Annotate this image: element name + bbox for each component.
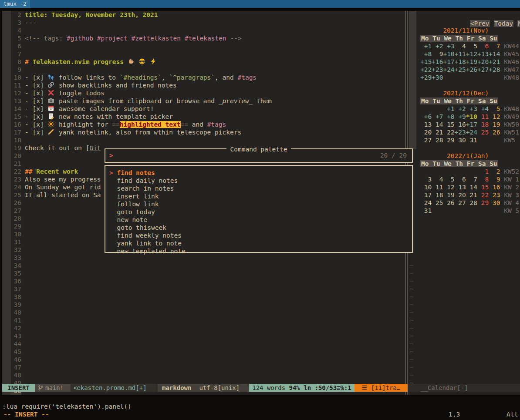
buffer-line[interactable]: - [x] new notes with template picker xyxy=(25,113,173,121)
calendar-day[interactable]: +27 xyxy=(477,66,489,73)
calendar-day[interactable]: 26 xyxy=(489,129,500,136)
calendar-day[interactable]: +10 xyxy=(443,50,454,57)
calendar-day[interactable]: 18 xyxy=(477,121,489,128)
calendar-day[interactable]: 4 xyxy=(432,176,443,183)
calendar-day[interactable]: 25 xyxy=(477,129,489,136)
calendar-day[interactable]: 31 xyxy=(420,207,432,214)
buffer-line[interactable]: Also see my progress xyxy=(25,175,101,183)
calendar-day[interactable]: 13 xyxy=(420,121,432,128)
calendar-day[interactable]: 8 xyxy=(477,176,489,183)
calendar-day[interactable]: +11 xyxy=(455,50,466,57)
calendar-day[interactable]: 28 xyxy=(466,199,477,206)
calendar-day[interactable]: 20 xyxy=(455,192,466,198)
command-line[interactable]: :lua require('telekasten').panel() xyxy=(2,403,132,410)
calendar-day[interactable]: +8 xyxy=(443,113,454,120)
calendar-day[interactable]: 22 xyxy=(477,192,489,198)
buffer-line[interactable]: title: Tuesday, November 23th, 2021 xyxy=(25,11,158,19)
calendar-day[interactable]: +15 xyxy=(420,58,432,65)
calendar-day[interactable]: +18 xyxy=(455,58,466,65)
calendar-day[interactable]: +19 xyxy=(466,58,477,65)
calendar-day[interactable]: 31 xyxy=(466,137,477,144)
buffer-line[interactable]: --- xyxy=(25,19,36,27)
git-branch-segment[interactable]: main! xyxy=(35,384,71,392)
calendar-day[interactable]: +1 xyxy=(443,105,454,112)
palette-item[interactable]: goto today xyxy=(105,208,412,216)
palette-item[interactable]: find weekly notes xyxy=(105,232,412,239)
calendar-day[interactable]: 24 xyxy=(420,199,432,206)
filename-segment[interactable]: <ekasten.promo.md[+] xyxy=(71,384,156,392)
calendar-day[interactable]: +2 xyxy=(432,43,443,50)
calendar-day[interactable]: 2 xyxy=(489,168,500,175)
calendar-day[interactable]: 19 xyxy=(443,192,454,198)
buffer-line[interactable]: # Telekasten.nvim progress xyxy=(25,58,157,66)
calendar-day[interactable]: 7 xyxy=(489,43,500,50)
calendar-day[interactable]: 26 xyxy=(443,199,454,206)
buffer-line[interactable]: - [x] paste images from clipboard or bro… xyxy=(25,97,272,105)
calendar-day[interactable]: +25 xyxy=(455,66,466,73)
calendar-day[interactable]: 5 xyxy=(466,43,477,50)
calendar-day[interactable]: 30 xyxy=(455,137,466,144)
calendar-day[interactable]: 20 xyxy=(420,129,432,136)
calendar-day[interactable]: +22 xyxy=(420,66,432,73)
buffer-line[interactable]: It all started on Sa xyxy=(25,191,101,199)
calendar-day[interactable]: +23 xyxy=(432,66,443,73)
calendar-day[interactable]: +17 xyxy=(466,121,477,128)
calendar-day[interactable]: 12 xyxy=(489,113,500,120)
palette-item[interactable]: yank link to note xyxy=(105,239,412,247)
calendar-day[interactable]: 6 xyxy=(477,43,489,50)
calendar-day[interactable]: +24 xyxy=(466,129,477,136)
calendar-day[interactable]: 9 xyxy=(432,50,443,57)
calendar-day[interactable]: 30 xyxy=(489,199,500,206)
calendar-day[interactable]: +21 xyxy=(489,58,500,65)
calendar-day[interactable]: 21 xyxy=(432,129,443,136)
calendar-day[interactable]: +16 xyxy=(432,58,443,65)
calendar-day[interactable]: 23 xyxy=(489,192,500,198)
buffer-line[interactable]: - [x] yank notelink, also from wthin tel… xyxy=(25,128,241,136)
calendar-day[interactable]: 3 xyxy=(420,176,432,183)
calendar-day[interactable]: 15 xyxy=(477,184,489,191)
calendar-day[interactable]: *10 xyxy=(466,113,477,120)
calendar-day[interactable]: +3 xyxy=(443,43,454,50)
calendar-day[interactable]: 19 xyxy=(489,121,500,128)
calendar-day[interactable]: 16 xyxy=(455,121,466,128)
calendar-day[interactable]: +12 xyxy=(466,50,477,57)
calendar-day[interactable]: +26 xyxy=(466,66,477,73)
buffer-line[interactable]: ## Recent work xyxy=(25,168,78,175)
palette-item[interactable]: follow link xyxy=(105,200,412,208)
calendar-day[interactable]: +20 xyxy=(477,58,489,65)
calendar-day[interactable]: 15 xyxy=(443,121,454,128)
calendar-day[interactable]: +8 xyxy=(420,50,432,57)
window-titlebar[interactable]: tmux -2 xyxy=(0,0,520,8)
calendar-day[interactable]: +1 xyxy=(420,43,432,50)
calendar-day[interactable]: 27 xyxy=(455,199,466,206)
calendar-day[interactable]: +6 xyxy=(420,113,432,120)
buffer-line[interactable]: On Sunday we got rid xyxy=(25,183,101,191)
calendar-day[interactable]: 1 xyxy=(477,168,489,175)
palette-item[interactable]: new templated note xyxy=(105,247,412,255)
calendar-day[interactable]: 25 xyxy=(432,199,443,206)
calendar-next-button[interactable]: Next> xyxy=(517,20,520,27)
calendar-today-button[interactable]: Today xyxy=(494,20,514,27)
palette-item[interactable]: find daily notes xyxy=(105,177,412,185)
calendar-day[interactable]: 18 xyxy=(432,192,443,198)
calendar-day[interactable]: +28 xyxy=(489,66,500,73)
calendar-day[interactable]: 11 xyxy=(432,184,443,191)
calendar-day[interactable]: 4 xyxy=(455,43,466,50)
palette-item[interactable]: goto thisweek xyxy=(105,224,412,232)
calendar-day[interactable]: 9 xyxy=(489,176,500,183)
calendar-day[interactable]: 11 xyxy=(477,113,489,120)
calendar-day[interactable]: 12 xyxy=(443,184,454,191)
buffer-line[interactable]: - [x] 17 awesome calendar support! xyxy=(25,105,154,113)
calendar-day[interactable]: 17 xyxy=(420,192,432,198)
calendar-day[interactable]: +29 xyxy=(420,74,432,81)
calendar-day[interactable]: 28 xyxy=(432,137,443,144)
palette-prompt-box[interactable]: Command palette > 20 / 20 xyxy=(105,148,413,163)
buffer-line[interactable]: - [x] show backlinks and friend notes xyxy=(25,81,177,89)
calendar-day[interactable]: +3 xyxy=(466,105,477,112)
calendar-day[interactable]: 29 xyxy=(477,199,489,206)
palette-item[interactable]: new note xyxy=(105,216,412,224)
text-segment[interactable]: Git xyxy=(89,144,101,151)
calendar-day[interactable]: 5 xyxy=(443,176,454,183)
calendar-day[interactable]: +13 xyxy=(477,50,489,57)
calendar-day[interactable]: +23 xyxy=(455,129,466,136)
